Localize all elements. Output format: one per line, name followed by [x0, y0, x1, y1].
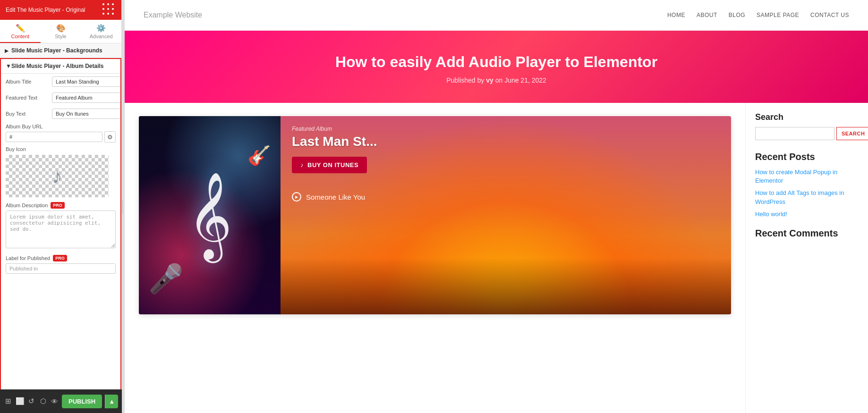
- featured-album-text: Featured Album: [292, 126, 720, 132]
- hero-section: How to easily Add Audio Player to Elemen…: [125, 31, 868, 103]
- nav-blog[interactable]: BLOG: [729, 12, 745, 18]
- topbar-title: Edit The Music Player - Original: [6, 7, 85, 13]
- recent-post-1[interactable]: How to create Modal Popup in Elementor: [755, 168, 859, 185]
- search-label: Search: [755, 112, 859, 122]
- pro-badge-published: PRO: [53, 255, 67, 261]
- bottom-toolbar: ⊞ ⬜ ↺ ⬡ 👁 PUBLISH ▲: [0, 389, 122, 413]
- music-note-icon: ♪: [52, 164, 62, 188]
- pro-badge-description: PRO: [51, 202, 65, 209]
- microphone-icon: 🎤: [148, 262, 184, 295]
- buy-icon-preview[interactable]: ♪: [6, 155, 109, 197]
- main-content: 𝄞 🎤 🎸 Featured Album Last Man St... ♪ BU…: [125, 103, 745, 413]
- album-details-header[interactable]: ▼ Slide Music Player - Album Details: [1, 59, 120, 74]
- search-input[interactable]: [755, 127, 834, 140]
- tab-style[interactable]: 🎨 Style: [41, 20, 81, 43]
- album-details-label: Slide Music Player - Album Details: [11, 63, 104, 69]
- hero-author: vy: [486, 76, 494, 84]
- website-brand: Example Website: [144, 11, 202, 19]
- buy-button-label: BUY ON ITUNES: [307, 161, 358, 169]
- album-buy-url-row: ⚙: [6, 131, 116, 143]
- colorful-music-icon: 🎸: [247, 144, 271, 167]
- recent-comments-title: Recent Comments: [755, 228, 859, 239]
- content-area: 𝄞 🎤 🎸 Featured Album Last Man St... ♪ BU…: [125, 103, 868, 413]
- nav-sample-page[interactable]: SAMPLE PAGE: [757, 12, 799, 18]
- buy-text-input[interactable]: [52, 109, 121, 119]
- style-icon: 🎨: [56, 24, 66, 33]
- music-player-card: 𝄞 🎤 🎸 Featured Album Last Man St... ♪ BU…: [139, 116, 731, 314]
- search-row: SEARCH: [755, 127, 859, 140]
- nav-links: HOME ABOUT BLOG SAMPLE PAGE CONTACT US: [667, 12, 849, 18]
- track-item: ▶ Someone Like You: [292, 192, 720, 202]
- album-name: Last Man St...: [292, 134, 720, 149]
- album-info: Featured Album Last Man St... ♪ BUY ON I…: [281, 116, 731, 314]
- published-label-row: Label for Published PRO: [6, 255, 116, 261]
- album-title-label: Album Title: [6, 79, 48, 84]
- album-details-section: ▼ Slide Music Player - Album Details Alb…: [0, 58, 121, 413]
- tab-advanced[interactable]: ⚙️ Advanced: [81, 20, 121, 43]
- advanced-icon: ⚙️: [96, 24, 106, 33]
- featured-text-input[interactable]: [52, 93, 121, 103]
- hero-subtitle: Published by vy on June 21, 2022: [134, 76, 859, 84]
- recent-post-3[interactable]: Hello world!: [755, 210, 859, 219]
- top-bar: Edit The Music Player - Original: [0, 0, 121, 20]
- music-note-btn-icon: ♪: [300, 161, 304, 169]
- boardwalk-silhouette: [281, 258, 731, 314]
- featured-text-row: Featured Text: [1, 90, 120, 106]
- tab-content[interactable]: ✏️ Content: [0, 20, 41, 43]
- album-description-textarea[interactable]: Lorem ipsum dolor sit amet, consectetur …: [6, 211, 116, 248]
- album-info-content: Featured Album Last Man St... ♪ BUY ON I…: [281, 116, 731, 211]
- right-panel: Example Website HOME ABOUT BLOG SAMPLE P…: [125, 0, 868, 413]
- backgrounds-section-header[interactable]: ▶ Slide Music Player - Backgrounds: [0, 43, 121, 58]
- publish-button[interactable]: PUBLISH: [62, 395, 102, 408]
- layers-icon[interactable]: ⊞: [4, 395, 13, 408]
- featured-text-label: Featured Text: [6, 95, 48, 101]
- album-title-row: Album Title: [1, 74, 120, 90]
- album-buy-url-label: Album Buy URL: [6, 124, 116, 129]
- tab-style-label: Style: [55, 34, 66, 39]
- hero-date: June 21, 2022: [504, 76, 546, 84]
- album-buy-url-input[interactable]: [6, 132, 102, 142]
- nav-about[interactable]: ABOUT: [697, 12, 717, 18]
- treble-clef-icon: 𝄞: [187, 177, 232, 253]
- buy-icon-section: Buy Icon ♪: [1, 143, 120, 200]
- nav-home[interactable]: HOME: [667, 12, 685, 18]
- search-button[interactable]: SEARCH: [836, 127, 868, 140]
- buy-text-row: Buy Text: [1, 106, 120, 122]
- album-description-section: Album Description PRO Lorem ipsum dolor …: [1, 200, 120, 253]
- album-title-input[interactable]: [52, 76, 121, 87]
- tab-content-label: Content: [11, 34, 30, 39]
- panel-tabs: ✏️ Content 🎨 Style ⚙️ Advanced: [0, 20, 121, 43]
- backgrounds-section-label: Slide Music Player - Backgrounds: [11, 47, 102, 54]
- responsive-icon[interactable]: ⬡: [39, 395, 48, 408]
- recent-post-2[interactable]: How to add Alt Tags to images in WordPre…: [755, 189, 859, 206]
- website-nav: Example Website HOME ABOUT BLOG SAMPLE P…: [125, 0, 868, 31]
- buy-button[interactable]: ♪ BUY ON ITUNES: [292, 157, 367, 173]
- url-gear-button[interactable]: ⚙: [104, 131, 116, 143]
- publish-arrow-button[interactable]: ▲: [105, 395, 118, 408]
- album-art: 𝄞 🎤 🎸: [139, 116, 281, 314]
- history-icon[interactable]: ↺: [27, 395, 36, 408]
- content-icon: ✏️: [16, 24, 25, 33]
- published-label-section: Label for Published PRO: [1, 253, 120, 277]
- arrow-down-icon: ▼: [6, 63, 11, 69]
- preview-icon[interactable]: 👁: [51, 395, 60, 408]
- left-panel: Edit The Music Player - Original ✏️ Cont…: [0, 0, 122, 413]
- published-input[interactable]: [6, 263, 116, 274]
- hero-title: How to easily Add Audio Player to Elemen…: [134, 53, 859, 71]
- tab-advanced-label: Advanced: [90, 34, 113, 39]
- buy-icon-label: Buy Icon: [6, 146, 116, 152]
- track-name: Someone Like You: [306, 193, 365, 201]
- nav-contact-us[interactable]: CONTACT US: [810, 12, 849, 18]
- website-sidebar: Search SEARCH Recent Posts How to create…: [745, 103, 868, 413]
- buy-text-label: Buy Text: [6, 111, 48, 117]
- grid-icon[interactable]: [102, 3, 116, 17]
- album-description-label: Album Description PRO: [6, 202, 116, 209]
- recent-posts-title: Recent Posts: [755, 152, 859, 162]
- album-buy-url-section: Album Buy URL ⚙: [1, 122, 120, 143]
- play-button[interactable]: ▶: [292, 192, 301, 202]
- arrow-right-icon: ▶: [5, 48, 9, 53]
- template-icon[interactable]: ⬜: [16, 395, 25, 408]
